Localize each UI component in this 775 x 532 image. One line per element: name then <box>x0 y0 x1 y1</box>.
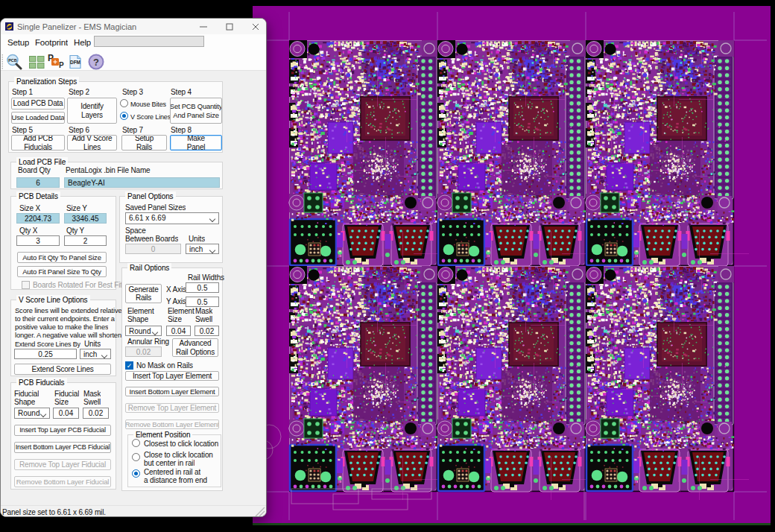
svg-text:P: P <box>59 61 64 69</box>
svg-text:?: ? <box>93 57 99 68</box>
svg-text:PCB: PCB <box>8 58 17 63</box>
svg-text:DFM: DFM <box>70 60 80 65</box>
